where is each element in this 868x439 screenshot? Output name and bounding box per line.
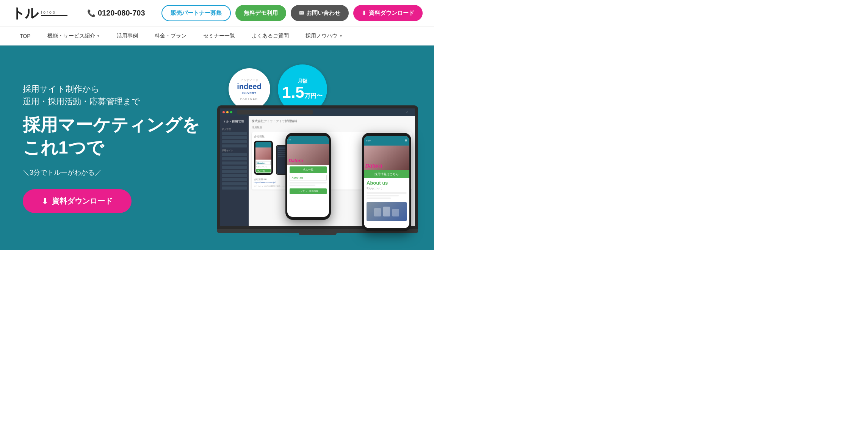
sidebar-link-13 [222,187,247,190]
indeed-badge-top-label: インディード [240,78,259,82]
logo-area: トル toroo [11,6,72,20]
logo-subtitle: toroo [41,10,67,14]
hero-title-line2: これ1つで [23,138,104,157]
mini-phone-left: About us 私たちについて 求人一覧 [254,141,273,175]
laptop-stand [299,233,337,235]
nav-top-label: TOP [20,33,31,39]
download-hero-button[interactable]: ⬇ 資料ダウンロード [23,189,132,213]
nav-item-pricing[interactable]: 料金・プラン [146,27,195,45]
partner-button[interactable]: 販売パートナー募集 [161,5,231,21]
sidebar-link-1 [222,132,247,135]
right-phone-line-3 [367,198,391,199]
right-phone-recruit-btn: 採用情報はこちら [364,170,409,178]
mini-laptop-sidebar [277,146,286,174]
chevron-down-icon: ▼ [97,34,100,38]
options-icon: ⋯ [410,111,413,114]
price-badge-number: 1.5 [282,85,304,100]
mini-sidebar-item-2 [278,150,285,151]
left-phone-nav: ☰ [289,139,291,141]
figure-3 [392,209,399,216]
mini-phone-header-1 [255,142,271,147]
mini-sidebar-item-3 [278,152,285,153]
right-phone-about-label: About us [367,180,407,186]
mini-phone-left-screen: About us 私たちについて 求人一覧 [255,142,271,173]
indeed-silver-label: SILVER+ [242,91,256,95]
mini-phone-img-1 [255,147,271,160]
indeed-partner-label: PARTNER [240,97,258,100]
left-phone-brand-text: Datora [289,158,303,163]
contact-label: お問い合わせ [306,9,340,17]
mini-sidebar-item-4 [278,154,285,155]
download-header-button[interactable]: ⬇ 資料ダウンロード [353,5,423,21]
left-phone-about-label: About us [290,175,327,180]
nav-faq-label: よくあるご質問 [252,33,289,39]
price-badge-unit: 万円〜 [304,92,323,100]
hero-section: 採用サイト制作から 運用・採用活動・応募管理まで 採用マーケティングを これ1つ… [0,45,434,250]
left-phone-line-1 [290,182,327,183]
left-phone-hero-img: Datora [287,144,329,165]
mini-sidebar-item-5 [278,156,285,157]
sidebar-link-5 [222,153,247,156]
sidebar-link-7 [222,161,247,165]
sidebar-link-9 [222,170,247,173]
url-bar [237,110,313,114]
sidebar-section-2: 採用サイト [222,149,247,152]
sidebar-section-1: 求人管理 [222,128,247,131]
header-buttons: 販売パートナー募集 無料デモ利用 ✉ お問い合わせ ⬇ 資料ダウンロード [161,5,423,21]
left-phone-line-2 [290,185,316,186]
right-phone-line-1 [367,192,407,194]
nav-item-faq[interactable]: よくあるご質問 [243,27,297,45]
contact-button[interactable]: ✉ お問い合わせ [291,5,349,21]
sidebar-link-11 [222,178,247,181]
download-icon-header: ⬇ [362,10,367,17]
sidebar-link-3 [222,140,247,143]
indeed-badge: インディード indeed SILVER+ PARTNER [229,68,270,110]
chevron-down-icon-2: ▼ [339,34,343,38]
nav-cases-label: 活用事例 [117,33,138,39]
nav-item-top[interactable]: TOP [11,27,39,45]
logo-underline [41,15,67,16]
right-phone-hero-img: Datora [364,146,409,170]
screen-sidebar-logo: トル・採用管理 [222,118,247,125]
right-phone-screen: 9:10 ☰ Datora 採用情報はこちら About us 私たちについて [364,136,409,228]
hero-subtitle-line2: 運用・採用活動・応募管理まで [23,97,140,106]
sidebar-link-8 [222,166,247,169]
demo-button[interactable]: 無料デモ利用 [235,5,286,21]
nav-item-seminar[interactable]: セミナー一覧 [195,27,243,45]
logo-subtitle-area: toroo [41,10,67,16]
phone-number: 0120-080-703 [98,9,145,17]
export-icon: ⤴ [406,111,408,114]
download-hero-label: 資料ダウンロード [52,196,113,206]
hero-subtitle: 採用サイト制作から 運用・採用活動・応募管理まで [23,83,217,108]
right-phone-line-2 [367,195,399,196]
nav-item-features[interactable]: 機能・サービス紹介 ▼ [39,27,109,45]
sidebar-link-10 [222,174,247,177]
hero-subtitle-line1: 採用サイト制作から [23,84,100,94]
screen-breadcrumb: 活用報告 [252,125,412,129]
phone-area: 📞 0120-080-703 [87,9,145,17]
mini-phone-content-1: About us 私たちについて 求人一覧 [255,160,271,173]
right-phone-team-img [367,202,407,221]
dot-red [222,111,225,113]
nav-features-label: 機能・サービス紹介 [47,33,95,39]
right-phone-menu: ☰ [405,139,407,142]
nav-item-cases[interactable]: 活用事例 [108,27,146,45]
screen-company-name: 株式会社デトラ・デトラ採用情報 [252,119,412,123]
sidebar-link-4 [222,144,247,147]
hero-title: 採用マーケティングを これ1つで [23,114,217,159]
hero-left: 採用サイト制作から 運用・採用活動・応募管理まで 採用マーケティングを これ1つ… [23,83,217,213]
mini-sidebar-item-1 [278,147,285,149]
left-phone-screen: ☰ Datora 求人一覧 About us トップへ・次の情報 [287,136,329,217]
hero-title-line1: 採用マーケティングを [23,115,200,135]
indeed-divider [237,96,262,96]
right-phone-header: 9:10 ☰ [364,136,409,146]
left-phone-mockup: ☰ Datora 求人一覧 About us トップへ・次の情報 [285,133,331,220]
left-phone-content: 求人一覧 About us トップへ・次の情報 [287,165,329,196]
dot-green [230,111,232,113]
team-figures [374,207,399,216]
logo-mark: トル [11,6,38,20]
nav-seminar-label: セミナー一覧 [203,33,235,39]
nav-item-knowhow[interactable]: 採用ノウハウ ▼ [297,27,351,45]
email-icon: ✉ [299,10,304,17]
screen-topbar: ⤴ ⋯ [220,108,415,116]
